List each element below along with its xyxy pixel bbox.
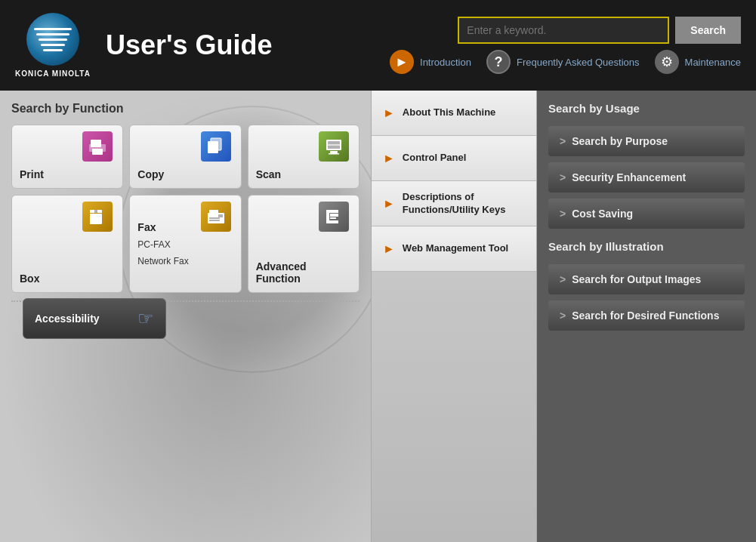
copy-label: Copy [137, 168, 233, 180]
descriptions-label: Descriptions of Functions/Utility Keys [403, 191, 525, 217]
header-right: Search ► Introduction ? Frequently Asked… [390, 17, 741, 74]
svg-rect-17 [218, 214, 223, 217]
brand-name: KONICA MINOLTA [15, 69, 91, 78]
scan-card[interactable]: Scan [248, 125, 359, 189]
logo-line [43, 49, 63, 51]
copy-icon-area [201, 131, 235, 165]
search-button[interactable]: Search [675, 17, 741, 44]
main-content: Search by Function Print [0, 91, 756, 542]
logo-area: KONICA MINOLTA [15, 13, 91, 78]
illustration-section-title: Search by Illustration [548, 240, 745, 257]
copy-icon [201, 131, 231, 162]
print-icon [82, 131, 113, 162]
box-icon-area [82, 202, 116, 236]
web-mgmt-arrow: ► [383, 242, 395, 256]
web-mgmt-item[interactable]: ► Web Management Tool [372, 226, 536, 272]
intro-label: Introduction [420, 57, 471, 68]
scan-label: Scan [256, 168, 351, 180]
control-panel-arrow: ► [383, 152, 395, 165]
advanced-label: Advanced Function [256, 260, 351, 285]
right-panel: Search by Usage Search by Purpose Securi… [537, 91, 756, 542]
header: KONICA MINOLTA User's Guide Search ► Int… [0, 0, 756, 91]
fax-icon-area [201, 202, 235, 236]
control-panel-label: Control Panel [403, 152, 467, 165]
accessibility-button[interactable]: Accessibility ☞ [23, 298, 166, 339]
function-grid: Print Copy [11, 125, 359, 293]
svg-rect-10 [329, 153, 339, 155]
pcfax-label: PC-FAX [137, 237, 233, 254]
fax-sub-labels: PC-FAX Network Fax [137, 237, 233, 269]
svg-rect-16 [209, 210, 218, 214]
svg-rect-19 [209, 220, 220, 221]
fax-card[interactable]: Fax PC-FAX Network Fax [129, 195, 241, 293]
usage-section-title: Search by Usage [548, 102, 745, 119]
svg-rect-6 [211, 138, 221, 150]
svg-rect-22 [326, 220, 338, 223]
print-icon-area [82, 131, 116, 165]
about-machine-item[interactable]: ► About This Machine [372, 91, 536, 136]
search-bar: Search [458, 17, 741, 44]
maintenance-icon: ⚙ [655, 50, 679, 74]
logo-line [41, 44, 65, 46]
faq-nav-item[interactable]: ? Frequently Asked Questions [486, 50, 640, 74]
search-by-purpose-button[interactable]: Search by Purpose [548, 126, 745, 156]
security-enhancement-button[interactable]: Security Enhancement [548, 162, 745, 192]
accessibility-label: Accessibility [35, 313, 100, 325]
logo-line [36, 33, 69, 35]
accessibility-icon: ☞ [137, 308, 154, 329]
about-machine-label: About This Machine [403, 106, 496, 119]
app-title: User's Guide [106, 29, 390, 61]
logo-lines [34, 28, 72, 51]
about-machine-arrow: ► [383, 106, 395, 120]
maintenance-label: Maintenance [685, 57, 741, 68]
left-panel: Search by Function Print [0, 91, 371, 542]
descriptions-arrow: ► [383, 197, 395, 211]
print-card[interactable]: Print [11, 125, 123, 189]
scan-icon-area [319, 131, 353, 165]
svg-rect-24 [330, 217, 336, 219]
logo-line [39, 38, 67, 41]
konica-minolta-logo [26, 13, 79, 66]
svg-rect-4 [94, 152, 99, 154]
nav-links: ► Introduction ? Frequently Asked Questi… [390, 50, 741, 74]
cost-saving-button[interactable]: Cost Saving [548, 199, 745, 229]
faq-label: Frequently Asked Questions [517, 57, 640, 68]
middle-panel: ► About This Machine ► Control Panel ► D… [371, 91, 537, 542]
faq-icon: ? [486, 50, 511, 74]
scan-icon [319, 131, 349, 162]
box-label: Box [20, 273, 115, 285]
maintenance-nav-item[interactable]: ⚙ Maintenance [655, 50, 741, 74]
fax-icon [201, 202, 231, 232]
svg-rect-18 [209, 217, 220, 219]
control-panel-item[interactable]: ► Control Panel [372, 136, 536, 181]
search-desired-functions-button[interactable]: Search for Desired Functions [548, 300, 745, 331]
box-icon [82, 202, 113, 232]
web-mgmt-label: Web Management Tool [403, 242, 508, 255]
svg-rect-3 [94, 150, 101, 152]
copy-card[interactable]: Copy [129, 125, 241, 189]
advanced-icon [319, 202, 349, 232]
svg-rect-9 [330, 151, 338, 153]
intro-icon: ► [390, 50, 414, 74]
search-output-images-button[interactable]: Search for Output Images [548, 264, 745, 294]
section-title-function: Search by Function [11, 102, 359, 115]
print-label: Print [20, 168, 115, 180]
logo-line [34, 28, 72, 30]
intro-nav-item[interactable]: ► Introduction [390, 50, 471, 74]
svg-rect-23 [330, 214, 338, 217]
svg-rect-14 [94, 210, 97, 213]
networkfax-label: Network Fax [137, 254, 233, 270]
advanced-icon-area [319, 202, 353, 236]
box-card[interactable]: Box [11, 195, 123, 293]
search-input[interactable] [458, 17, 669, 44]
advanced-card[interactable]: Advanced Function [248, 195, 359, 293]
svg-rect-13 [90, 214, 102, 224]
descriptions-item[interactable]: ► Descriptions of Functions/Utility Keys [372, 181, 536, 226]
